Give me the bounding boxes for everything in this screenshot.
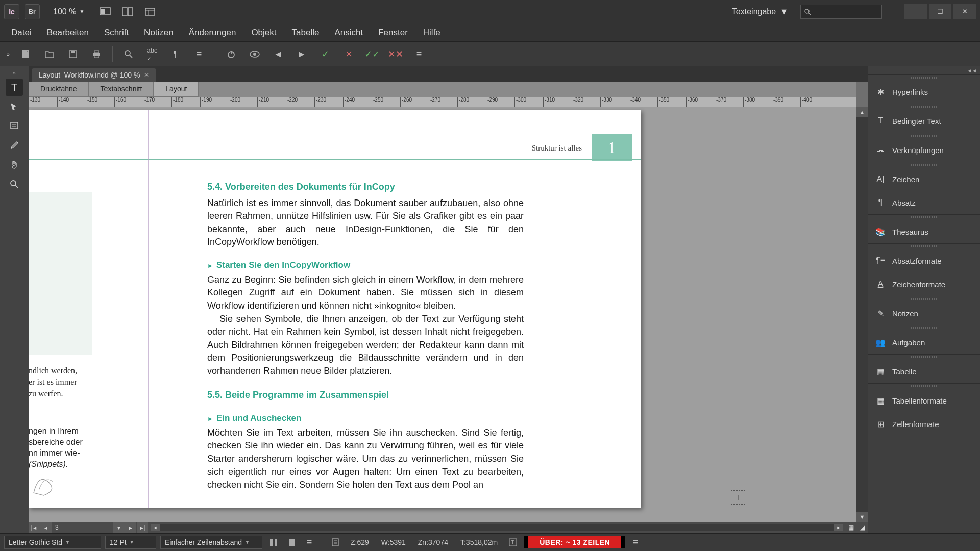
search-box[interactable] — [800, 5, 882, 19]
svg-rect-28 — [275, 539, 277, 546]
track-changes-button[interactable] — [245, 44, 264, 64]
split-view-icon[interactable]: ▦ — [845, 522, 856, 533]
expand-tools-icon[interactable]: » — [0, 69, 29, 77]
open-file-button[interactable] — [40, 44, 59, 64]
show-hidden-chars-button[interactable]: ¶ — [166, 44, 185, 64]
panel-bedingter-text[interactable]: TBedingter Text — [868, 109, 980, 133]
reject-change-button[interactable]: ✕ — [339, 44, 358, 64]
panel-zeichen[interactable]: A|Zeichen — [868, 167, 980, 191]
minimize-button[interactable]: — — [904, 4, 927, 19]
menu-notizen[interactable]: Notizen — [137, 24, 181, 41]
accept-all-button[interactable]: ✓✓ — [362, 44, 382, 64]
menu-tabelle[interactable]: Tabelle — [285, 24, 327, 41]
maximize-button[interactable]: ☐ — [929, 4, 951, 19]
body-text[interactable]: 5.4. Vorbereiten des Dokuments für InCop… — [207, 181, 524, 492]
screen-mode-button[interactable] — [99, 5, 112, 18]
side-text-fragment-2: ngen in Ihrem sbereiche oder nn immer wi… — [29, 425, 95, 498]
next-page-button[interactable]: ► — [125, 522, 136, 533]
panel-zeichenformate[interactable]: AZeichenformate — [868, 272, 980, 296]
panel-hyperlinks[interactable]: ✱Hyperlinks — [868, 80, 980, 104]
menu-icon[interactable]: ≡ — [189, 44, 209, 64]
page-dropdown-icon[interactable]: ▼ — [113, 522, 125, 533]
scroll-up-icon[interactable]: ▲ — [856, 107, 868, 117]
close-tab-icon[interactable]: ✕ — [144, 71, 149, 79]
assignments-icon: 👥 — [875, 337, 886, 348]
note-tool[interactable] — [6, 117, 23, 135]
menu-icon[interactable]: ≡ — [303, 533, 315, 551]
print-button[interactable] — [87, 44, 106, 64]
expand-control-icon[interactable]: » — [4, 52, 12, 57]
leading-select[interactable]: Einfacher Zeilenabstand▼ — [160, 536, 262, 549]
scroll-down-icon[interactable]: ▼ — [856, 512, 868, 522]
panel-notizen[interactable]: ✎Notizen — [868, 302, 980, 325]
scroll-right-icon[interactable]: ► — [834, 524, 843, 531]
menu-schrift[interactable]: Schrift — [97, 24, 136, 41]
columns-icon[interactable] — [266, 536, 281, 549]
scroll-left-icon[interactable]: ◄ — [151, 524, 160, 531]
resize-handle-icon[interactable]: ◢ — [856, 522, 868, 533]
panel-tabelle[interactable]: ▦Tabelle — [868, 360, 980, 383]
prev-page-button[interactable]: ◄ — [40, 522, 52, 533]
zoom-select[interactable]: 100 % ▼ — [49, 5, 88, 18]
overset-indicator[interactable]: ÜBER: ~ 13 ZEILEN — [524, 536, 625, 548]
panel-zellenformate[interactable]: ⊞Zellenformate — [868, 412, 980, 436]
last-page-button[interactable]: ►| — [137, 522, 148, 533]
menu-icon[interactable]: ≡ — [409, 44, 429, 64]
position-tool[interactable] — [6, 98, 23, 115]
svg-rect-2 — [122, 8, 127, 16]
collapse-dock-icon[interactable]: ◄◄ — [868, 66, 980, 74]
stats-toggle-icon[interactable] — [328, 533, 342, 551]
spellcheck-button[interactable]: abc✓ — [142, 44, 162, 64]
new-file-button[interactable] — [16, 44, 36, 64]
view-options-button[interactable] — [143, 5, 157, 18]
svg-point-21 — [253, 53, 256, 56]
panel-tabellenformate[interactable]: ▦Tabellenformate — [868, 389, 980, 412]
reject-all-button[interactable]: ✕✕ — [386, 44, 405, 64]
prev-change-button[interactable]: ◄ — [268, 44, 288, 64]
bridge-button[interactable]: Br — [24, 4, 40, 19]
find-button[interactable] — [119, 44, 138, 64]
view-tab-layout[interactable]: Layout — [154, 82, 199, 97]
panel-verknuepfungen[interactable]: ⫘Verknüpfungen — [868, 138, 980, 162]
menu-hilfe[interactable]: Hilfe — [416, 24, 448, 41]
accept-change-button[interactable]: ✓ — [315, 44, 335, 64]
menu-icon[interactable]: ≡ — [629, 533, 642, 551]
font-size-select[interactable]: 12 Pt▼ — [105, 536, 156, 549]
workspace-select[interactable]: Texteingabe ▼ — [727, 5, 793, 18]
paragraph: Sie sehen Symbole, die Ihnen anzeigen, o… — [207, 313, 524, 378]
menu-datei[interactable]: Datei — [4, 24, 39, 41]
page-icon[interactable] — [285, 536, 299, 549]
close-button[interactable]: ✕ — [953, 4, 976, 19]
eyedropper-tool[interactable] — [6, 137, 23, 154]
view-tab-druckfahne[interactable]: Druckfahne — [29, 82, 89, 97]
type-tool[interactable]: T — [6, 79, 23, 96]
vertical-scrollbar[interactable]: ▲ ▼ — [856, 107, 868, 522]
power-icon[interactable] — [222, 44, 241, 64]
panel-aufgaben[interactable]: 👥Aufgaben — [868, 331, 980, 354]
menu-ansicht[interactable]: Ansicht — [327, 24, 370, 41]
document-tab[interactable]: Layout_Workflow.indd @ 100 % ✕ — [32, 68, 156, 82]
menu-bearbeiten[interactable]: Bearbeiten — [40, 24, 96, 41]
menu-fenster[interactable]: Fenster — [371, 24, 415, 41]
panel-absatzformate[interactable]: ¶≡Absatzformate — [868, 249, 980, 272]
next-change-button[interactable]: ► — [292, 44, 311, 64]
subhead-starten: Starten Sie den InCopyWorkflow — [207, 259, 524, 271]
font-family-select[interactable]: Letter Gothic Std▼ — [4, 536, 101, 549]
hand-tool[interactable] — [6, 156, 23, 173]
arrange-windows-button[interactable] — [121, 5, 134, 18]
overset-marker-icon[interactable]: T — [506, 533, 520, 551]
horizontal-scrollbar[interactable]: ◄ ► — [151, 524, 843, 531]
document-canvas[interactable]: Struktur ist alles 1 ndlich werden, er i… — [29, 107, 856, 522]
menu-objekt[interactable]: Objekt — [244, 24, 283, 41]
stat-t: T:3518,02m — [456, 538, 502, 546]
page-number-field[interactable]: 3 — [52, 524, 113, 531]
first-page-button[interactable]: |◄ — [29, 522, 40, 533]
view-tab-textabschnitt[interactable]: Textabschnitt — [89, 82, 154, 97]
panel-absatz[interactable]: ¶Absatz — [868, 191, 980, 214]
main-area: » T Layout_Workflow.indd @ 100 % ✕ Druck… — [0, 66, 980, 533]
panel-thesaurus[interactable]: 📚Thesaurus — [868, 220, 980, 243]
save-button[interactable] — [63, 44, 83, 64]
menu-aenderungen[interactable]: Änderungen — [182, 24, 243, 41]
table-icon: ▦ — [875, 366, 886, 377]
zoom-tool[interactable] — [6, 176, 23, 193]
